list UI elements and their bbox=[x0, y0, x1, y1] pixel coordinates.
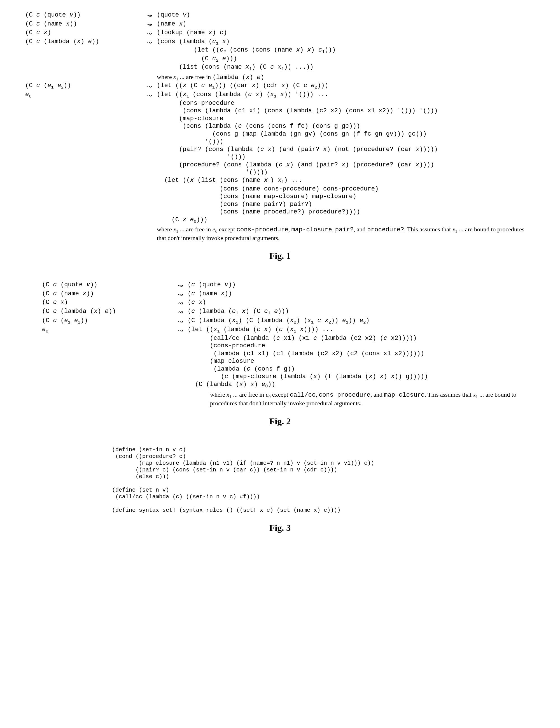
transformation-note: where x1 ... are free in e0 except call/… bbox=[14, 391, 532, 407]
transformation-rhs: (c x) bbox=[188, 299, 546, 306]
figure-2-label: Fig. 2 bbox=[14, 416, 546, 427]
transformation-rhs: (let ((x1 (lambda (c x) (c (x1 x)))) ...… bbox=[188, 326, 546, 389]
transformation-row: (C c (lambda (x) e))↝(cons (lambda (c1 x… bbox=[14, 38, 546, 72]
fig2-rows: (C c (quote v))↝(c (quote v))(C c (name … bbox=[14, 281, 546, 407]
figure-2: (C c (quote v))↝(c (quote v))(C c (name … bbox=[14, 281, 546, 427]
transformation-row: (C c (e1 e2))↝(C (lambda (x1) (C (lambda… bbox=[14, 317, 546, 325]
transformation-row: e0↝(let ((x1 (cons (lambda (c x) (x1 x))… bbox=[14, 91, 546, 224]
figure-3-label: Fig. 3 bbox=[14, 522, 546, 533]
transformation-rhs: (cons (lambda (c1 x) (let ((c2 (cons (co… bbox=[157, 38, 546, 72]
transformation-rhs: (let ((x (C c e1))) ((car x) (cdr x) (C … bbox=[157, 82, 546, 90]
figure-1-label: Fig. 1 bbox=[14, 250, 546, 261]
transformation-lhs: (C c (lambda (x) e)) bbox=[14, 38, 143, 46]
transformation-lhs: (C c (quote v)) bbox=[14, 11, 143, 19]
transformation-rhs: (c (name x)) bbox=[188, 290, 546, 298]
transformation-lhs: e0 bbox=[14, 91, 143, 99]
transformation-row: e0↝(let ((x1 (lambda (c x) (c (x1 x)))) … bbox=[14, 326, 546, 389]
transformation-rhs: (c (lambda (c1 x) (C c1 e))) bbox=[188, 308, 546, 316]
transformation-rhs: (let ((x1 (cons (lambda (c x) (x1 x)) '(… bbox=[157, 91, 546, 224]
transformation-lhs: (C c x) bbox=[14, 29, 143, 37]
rewrite-arrow-icon: ↝ bbox=[174, 281, 188, 289]
transformation-lhs: (C c (e1 e2)) bbox=[14, 317, 174, 325]
transformation-lhs: (C c (name x)) bbox=[14, 290, 174, 298]
rewrite-arrow-icon: ↝ bbox=[174, 290, 188, 298]
transformation-row: (C c (e1 e2))↝(let ((x (C c e1))) ((car … bbox=[14, 82, 546, 90]
transformation-rhs: (name x) bbox=[157, 20, 546, 28]
transformation-rhs: (C (lambda (x1) (C (lambda (x2) (x1 c x2… bbox=[188, 317, 546, 325]
transformation-lhs: (C c x) bbox=[14, 299, 174, 306]
transformation-lhs: (C c (quote v)) bbox=[14, 281, 174, 289]
rewrite-arrow-icon: ↝ bbox=[174, 299, 188, 307]
transformation-row: (C c (quote v))↝(c (quote v)) bbox=[14, 281, 546, 289]
transformation-lhs: (C c (e1 e2)) bbox=[14, 82, 143, 90]
rewrite-arrow-icon: ↝ bbox=[143, 91, 157, 99]
transformation-rhs: (quote v) bbox=[157, 11, 546, 19]
figure-3-code: (define (set-in n v c) (cond ((procedure… bbox=[14, 446, 546, 514]
transformation-row: (C c (lambda (x) e))↝(c (lambda (c1 x) (… bbox=[14, 308, 546, 316]
transformation-row: (C c (quote v))↝(quote v) bbox=[14, 11, 546, 20]
transformation-lhs: (C c (lambda (x) e)) bbox=[14, 308, 174, 315]
figure-1: (C c (quote v))↝(quote v)(C c (name x))↝… bbox=[14, 11, 546, 261]
transformation-rhs: (c (quote v)) bbox=[188, 281, 546, 289]
figure-3: (define (set-in n v c) (cond ((procedure… bbox=[14, 446, 546, 533]
transformation-lhs: e0 bbox=[14, 326, 174, 334]
rewrite-arrow-icon: ↝ bbox=[174, 317, 188, 325]
transformation-row: (C c x)↝(lookup (name x) c) bbox=[14, 29, 546, 37]
rewrite-arrow-icon: ↝ bbox=[143, 20, 157, 29]
fig1-rows: (C c (quote v))↝(quote v)(C c (name x))↝… bbox=[14, 11, 546, 242]
rewrite-arrow-icon: ↝ bbox=[143, 29, 157, 37]
rewrite-arrow-icon: ↝ bbox=[143, 38, 157, 46]
transformation-lhs: (C c (name x)) bbox=[14, 20, 143, 28]
transformation-row: (C c (name x))↝(name x) bbox=[14, 20, 546, 29]
transformation-note: where x1 ... are free in (lambda (x) e) bbox=[14, 73, 535, 82]
transformation-note: where x1 ... are free in e0 except cons-… bbox=[14, 225, 535, 242]
rewrite-arrow-icon: ↝ bbox=[143, 82, 157, 90]
rewrite-arrow-icon: ↝ bbox=[174, 326, 188, 334]
rewrite-arrow-icon: ↝ bbox=[174, 308, 188, 316]
transformation-rhs: (lookup (name x) c) bbox=[157, 29, 546, 37]
transformation-row: (C c x)↝(c x) bbox=[14, 299, 546, 307]
rewrite-arrow-icon: ↝ bbox=[143, 11, 157, 20]
transformation-row: (C c (name x))↝(c (name x)) bbox=[14, 290, 546, 298]
